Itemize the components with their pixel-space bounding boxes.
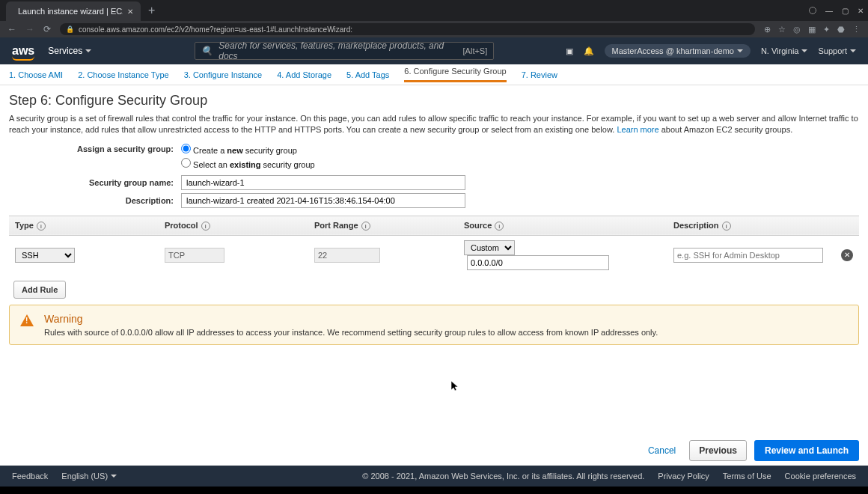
caret-down-icon	[737, 49, 743, 52]
maximize-icon[interactable]: ▢	[842, 7, 849, 15]
extension2-icon[interactable]: ▦	[808, 25, 816, 34]
table-row: SSH TCP Custom	[9, 235, 859, 275]
info-icon[interactable]: i	[361, 222, 370, 231]
radio-create-new-label[interactable]: Create a new security group	[193, 146, 297, 155]
col-source: Sourcei	[458, 216, 667, 235]
aws-smile-icon	[12, 56, 34, 61]
lock-icon: 🔒	[66, 25, 74, 33]
record-icon	[809, 7, 816, 14]
step-configure-instance[interactable]: 3. Configure Instance	[184, 70, 263, 79]
search-mini-icon[interactable]: ⊕	[764, 25, 771, 34]
rule-source-ip-input[interactable]	[467, 255, 609, 270]
search-placeholder: Search for services, features, marketpla…	[218, 40, 456, 61]
sg-desc-label: Description:	[9, 196, 181, 205]
sg-desc-input[interactable]	[181, 193, 465, 208]
page-description: A security group is a set of firewall ru…	[9, 113, 859, 136]
wizard-footer: Cancel Previous Review and Launch	[642, 440, 859, 461]
close-tab-icon[interactable]: ✕	[127, 7, 133, 16]
feedback-link[interactable]: Feedback	[12, 472, 48, 481]
search-shortcut: [Alt+S]	[463, 46, 488, 55]
step-add-storage[interactable]: 4. Add Storage	[277, 70, 331, 79]
browser-tab[interactable]: Launch instance wizard | EC2 Ma ✕	[6, 1, 141, 21]
support-label: Support	[818, 46, 847, 55]
radio-select-existing-label[interactable]: Select an existing security group	[193, 160, 315, 169]
privacy-link[interactable]: Privacy Policy	[658, 472, 709, 481]
close-window-icon[interactable]: ✕	[858, 7, 864, 15]
language-menu[interactable]: English (US)	[61, 472, 117, 481]
region-label: N. Virginia	[761, 46, 799, 55]
url-input[interactable]: 🔒 console.aws.amazon.com/ec2/v2/home?reg…	[60, 23, 755, 35]
browser-address-bar: ← → ⟳ 🔒 console.aws.amazon.com/ec2/v2/ho…	[0, 21, 868, 37]
search-icon: 🔍	[201, 46, 213, 56]
minimize-icon[interactable]: —	[825, 7, 833, 15]
window-controls: — ▢ ✕	[809, 7, 864, 15]
sg-name-input[interactable]	[181, 175, 465, 190]
step-configure-security-group[interactable]: 6. Configure Security Group	[404, 67, 506, 82]
wizard-steps: 1. Choose AMI 2. Choose Instance Type 3.…	[0, 64, 868, 85]
step-choose-instance-type[interactable]: 2. Choose Instance Type	[78, 70, 169, 79]
step-choose-ami[interactable]: 1. Choose AMI	[9, 70, 63, 79]
rules-table: Typei Protocoli Port Rangei Sourcei Desc…	[9, 216, 859, 275]
info-icon[interactable]: i	[37, 222, 46, 231]
col-description: Descriptioni	[667, 216, 835, 235]
radio-create-new[interactable]	[181, 144, 191, 153]
notifications-icon[interactable]: 🔔	[584, 46, 594, 56]
services-label: Services	[48, 46, 82, 56]
assign-sg-label: Assign a security group:	[9, 144, 181, 153]
step-review[interactable]: 7. Review	[522, 70, 557, 79]
previous-button[interactable]: Previous	[689, 440, 747, 461]
terms-link[interactable]: Terms of Use	[723, 472, 771, 481]
rule-description-input[interactable]	[673, 248, 823, 263]
remove-rule-button[interactable]: ✕	[841, 249, 853, 261]
cancel-button[interactable]: Cancel	[642, 441, 682, 460]
page-title: Step 6: Configure Security Group	[9, 93, 859, 109]
account-menu[interactable]: MasterAccess @ khartman-demo	[605, 44, 751, 58]
page-body: Step 6: Configure Security Group A secur…	[0, 85, 868, 466]
profile-icon[interactable]: ⬣	[837, 25, 845, 34]
extension1-icon[interactable]: ◎	[793, 25, 801, 34]
caret-down-icon	[850, 49, 856, 52]
aws-console-header: aws Services 🔍 Search for services, feat…	[0, 37, 868, 64]
col-type: Typei	[9, 216, 159, 235]
rule-source-mode-select[interactable]: Custom	[464, 240, 515, 255]
warning-icon	[20, 314, 34, 326]
info-icon[interactable]: i	[201, 222, 210, 231]
reload-icon[interactable]: ⟳	[43, 24, 51, 34]
aws-logo[interactable]: aws	[12, 44, 34, 58]
support-menu[interactable]: Support	[818, 46, 856, 55]
cookie-preferences-link[interactable]: Cookie preferences	[785, 472, 856, 481]
learn-more-link[interactable]: Learn more	[617, 125, 658, 134]
aws-logo-text: aws	[12, 44, 34, 57]
mouse-cursor	[451, 381, 459, 391]
new-tab-button[interactable]: +	[148, 4, 155, 17]
menu-icon[interactable]: ⋮	[852, 25, 861, 34]
browser-tab-bar: Launch instance wizard | EC2 Ma ✕ + — ▢ …	[0, 0, 868, 21]
warning-panel: Warning Rules with source of 0.0.0.0/0 a…	[9, 305, 859, 345]
sg-name-label: Security group name:	[9, 178, 181, 187]
warning-title: Warning	[44, 313, 658, 325]
cloudshell-icon[interactable]: ▣	[566, 46, 573, 56]
forward-icon[interactable]: →	[25, 24, 34, 34]
copyright-text: © 2008 - 2021, Amazon Web Services, Inc.…	[362, 472, 644, 481]
info-icon[interactable]: i	[722, 222, 731, 231]
aws-console-footer: Feedback English (US) © 2008 - 2021, Ama…	[0, 466, 868, 487]
extensions-icon[interactable]: ✦	[823, 25, 830, 34]
info-icon[interactable]: i	[495, 222, 504, 231]
caret-down-icon	[801, 49, 807, 52]
col-protocol: Protocoli	[159, 216, 308, 235]
rule-type-select[interactable]: SSH	[15, 248, 75, 263]
review-and-launch-button[interactable]: Review and Launch	[754, 440, 859, 461]
step-add-tags[interactable]: 5. Add Tags	[346, 70, 389, 79]
add-rule-button[interactable]: Add Rule	[13, 281, 66, 299]
back-icon[interactable]: ←	[7, 24, 16, 34]
console-search-input[interactable]: 🔍 Search for services, features, marketp…	[195, 42, 494, 60]
radio-select-existing[interactable]	[181, 158, 191, 168]
url-text: console.aws.amazon.com/ec2/v2/home?regio…	[79, 25, 352, 34]
services-menu[interactable]: Services	[48, 46, 91, 56]
star-icon[interactable]: ☆	[778, 25, 786, 34]
account-label: MasterAccess @ khartman-demo	[612, 46, 734, 55]
tab-title: Launch instance wizard | EC2 Ma	[18, 7, 123, 16]
caret-down-icon	[111, 475, 117, 478]
warning-text: Rules with source of 0.0.0.0/0 allow all…	[44, 328, 658, 337]
region-menu[interactable]: N. Virginia	[761, 46, 808, 55]
